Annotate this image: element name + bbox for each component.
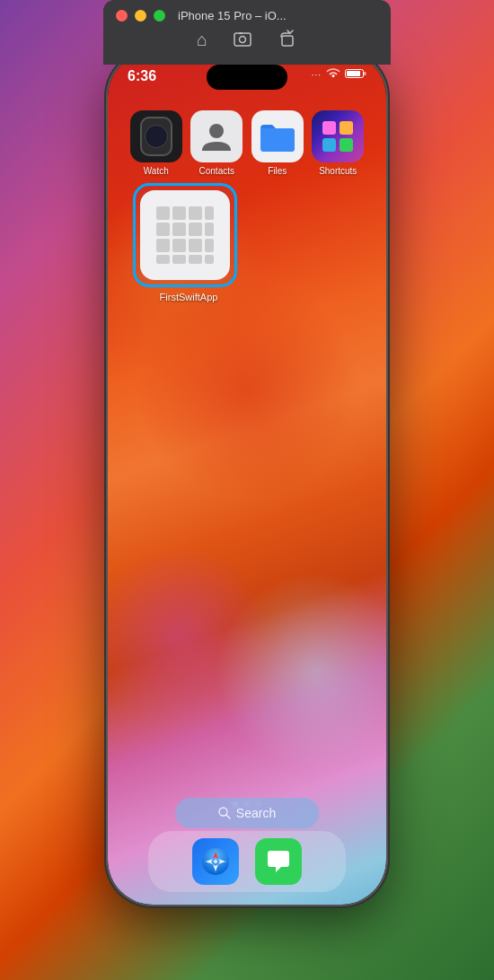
app-row-1: Watch Contacts bbox=[126, 110, 368, 176]
close-button[interactable] bbox=[116, 10, 128, 22]
screenshot-toolbar-icon[interactable] bbox=[233, 30, 252, 54]
svg-rect-2 bbox=[239, 32, 243, 34]
iphone-frame: 6:36 ··· bbox=[108, 52, 386, 905]
svg-rect-0 bbox=[234, 33, 251, 46]
svg-rect-25 bbox=[172, 255, 186, 264]
watch-app-item[interactable]: Watch bbox=[128, 110, 185, 176]
svg-rect-10 bbox=[322, 138, 336, 152]
shortcuts-app-icon[interactable] bbox=[312, 110, 364, 162]
signal-dots-icon: ··· bbox=[312, 70, 322, 80]
svg-rect-8 bbox=[322, 121, 336, 135]
svg-rect-9 bbox=[340, 121, 353, 135]
shortcuts-app-label: Shortcuts bbox=[319, 166, 357, 176]
watch-app-label: Watch bbox=[144, 166, 169, 176]
contacts-app-item[interactable]: Contacts bbox=[188, 110, 245, 176]
messages-dock-item[interactable] bbox=[255, 838, 302, 885]
svg-rect-13 bbox=[172, 206, 186, 220]
svg-rect-11 bbox=[340, 138, 353, 152]
home-toolbar-icon[interactable]: ⌂ bbox=[197, 30, 207, 54]
app-row-2: FirstSwiftApp bbox=[126, 183, 368, 302]
status-icons: ··· bbox=[312, 68, 366, 82]
svg-rect-19 bbox=[205, 223, 214, 236]
contacts-app-label: Contacts bbox=[199, 166, 234, 176]
svg-point-1 bbox=[240, 37, 246, 43]
svg-rect-17 bbox=[172, 223, 186, 236]
window-title: iPhone 15 Pro – iO... bbox=[178, 9, 287, 22]
svg-rect-3 bbox=[282, 36, 293, 46]
svg-rect-27 bbox=[205, 255, 214, 264]
status-time: 6:36 bbox=[128, 68, 156, 84]
svg-rect-5 bbox=[347, 71, 360, 76]
svg-rect-22 bbox=[189, 239, 202, 252]
dock bbox=[148, 831, 346, 892]
dynamic-island bbox=[207, 65, 287, 90]
svg-rect-20 bbox=[156, 239, 170, 252]
svg-rect-14 bbox=[189, 206, 202, 220]
svg-line-29 bbox=[226, 815, 230, 818]
files-app-item[interactable]: Files bbox=[249, 110, 306, 176]
search-bar[interactable]: Search bbox=[175, 798, 319, 828]
svg-point-7 bbox=[209, 124, 224, 138]
shortcuts-app-item[interactable]: Shortcuts bbox=[309, 110, 366, 176]
svg-rect-15 bbox=[205, 206, 214, 220]
title-bar: iPhone 15 Pro – iO... ⌂ bbox=[103, 0, 391, 65]
files-app-icon[interactable] bbox=[251, 110, 304, 162]
first-swift-app-wrapper[interactable]: FirstSwiftApp bbox=[133, 183, 237, 302]
svg-rect-18 bbox=[189, 223, 202, 236]
minimize-button[interactable] bbox=[135, 10, 146, 22]
app-grid: Watch Contacts bbox=[108, 110, 386, 310]
first-swift-app-label: FirstSwiftApp bbox=[133, 292, 237, 302]
watch-app-icon[interactable] bbox=[130, 110, 182, 162]
svg-rect-23 bbox=[205, 239, 214, 252]
svg-point-37 bbox=[214, 860, 217, 863]
wifi-icon bbox=[326, 68, 340, 82]
first-swift-app-icon[interactable] bbox=[140, 190, 230, 280]
svg-rect-21 bbox=[172, 239, 186, 252]
selected-app-border bbox=[133, 183, 237, 287]
bg-decoration-2 bbox=[135, 276, 359, 501]
maximize-button[interactable] bbox=[154, 10, 165, 22]
watch-display bbox=[145, 125, 168, 148]
svg-rect-26 bbox=[189, 255, 202, 264]
safari-dock-item[interactable] bbox=[192, 838, 239, 885]
svg-rect-16 bbox=[156, 223, 170, 236]
battery-icon bbox=[345, 68, 366, 82]
svg-rect-6 bbox=[364, 72, 366, 75]
watch-face-icon bbox=[140, 117, 172, 156]
search-text: Search bbox=[236, 806, 276, 820]
iphone-screen: 6:36 ··· bbox=[108, 52, 386, 905]
svg-rect-24 bbox=[156, 255, 170, 264]
contacts-app-icon[interactable] bbox=[190, 110, 243, 162]
svg-rect-12 bbox=[156, 206, 170, 220]
search-icon bbox=[218, 807, 231, 819]
files-app-label: Files bbox=[268, 166, 287, 176]
rotate-toolbar-icon[interactable] bbox=[278, 30, 297, 54]
